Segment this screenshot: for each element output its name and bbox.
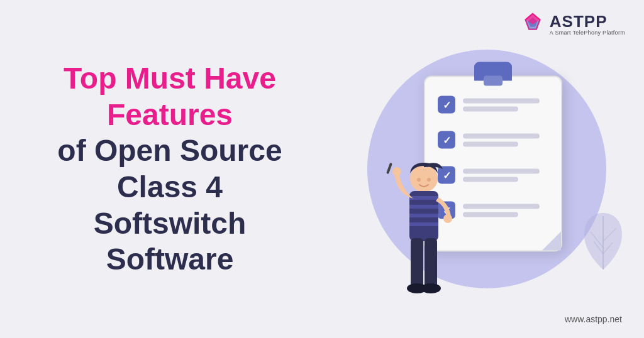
- svg-rect-11: [409, 196, 438, 200]
- website-url: www.astpp.net: [565, 314, 622, 324]
- clipboard-fold: [542, 232, 561, 251]
- svg-point-15: [443, 214, 452, 223]
- logo-name: ASTPP: [550, 13, 625, 30]
- check-lines-4: [463, 204, 548, 217]
- check-line-4a: [463, 204, 540, 209]
- check-line-1b: [463, 106, 518, 111]
- title-line2: of Open Source: [50, 133, 289, 169]
- logo-tagline: A Smart TelePhony Platform: [550, 30, 625, 36]
- check-line-2a: [463, 133, 540, 138]
- leaf-decoration: [581, 210, 625, 275]
- title-line3: Class 4 Softswitch: [50, 169, 289, 241]
- checkbox-2: ✓: [438, 131, 455, 149]
- svg-point-22: [417, 178, 421, 182]
- svg-rect-12: [409, 205, 438, 209]
- checklist-item-1: ✓: [438, 96, 548, 114]
- title-line4: Software: [50, 241, 289, 278]
- svg-point-23: [427, 178, 431, 182]
- title-line1: Top Must Have Features: [50, 60, 289, 133]
- page-container: ASTPP A Smart TelePhony Platform Top Mus…: [0, 0, 644, 338]
- astpp-logo-icon: [521, 13, 545, 36]
- checklist-item-2: ✓: [438, 131, 548, 149]
- svg-rect-19: [425, 238, 437, 288]
- check-lines-3: [463, 168, 548, 182]
- clipboard-clip: [474, 62, 512, 81]
- svg-point-21: [421, 283, 441, 293]
- check-line-4b: [463, 212, 518, 217]
- svg-point-16: [392, 167, 401, 176]
- main-title: Top Must Have Features of Open Source Cl…: [50, 60, 289, 278]
- check-line-3b: [463, 177, 518, 182]
- svg-rect-18: [411, 238, 423, 288]
- logo-text: ASTPP A Smart TelePhony Platform: [550, 13, 625, 36]
- checkbox-1: ✓: [438, 96, 455, 114]
- svg-point-9: [410, 165, 438, 192]
- svg-rect-13: [409, 214, 438, 217]
- svg-rect-17: [386, 163, 392, 174]
- person-illustration: [383, 160, 465, 307]
- check-line-2b: [463, 141, 518, 146]
- illustration-section: ✓ ✓ ✓: [327, 0, 644, 338]
- check-line-3a: [463, 168, 540, 173]
- text-section: Top Must Have Features of Open Source Cl…: [0, 23, 327, 315]
- logo: ASTPP A Smart TelePhony Platform: [521, 13, 625, 36]
- check-lines-1: [463, 98, 548, 111]
- check-line-1a: [463, 98, 540, 103]
- check-lines-2: [463, 133, 548, 146]
- svg-rect-14: [409, 222, 438, 226]
